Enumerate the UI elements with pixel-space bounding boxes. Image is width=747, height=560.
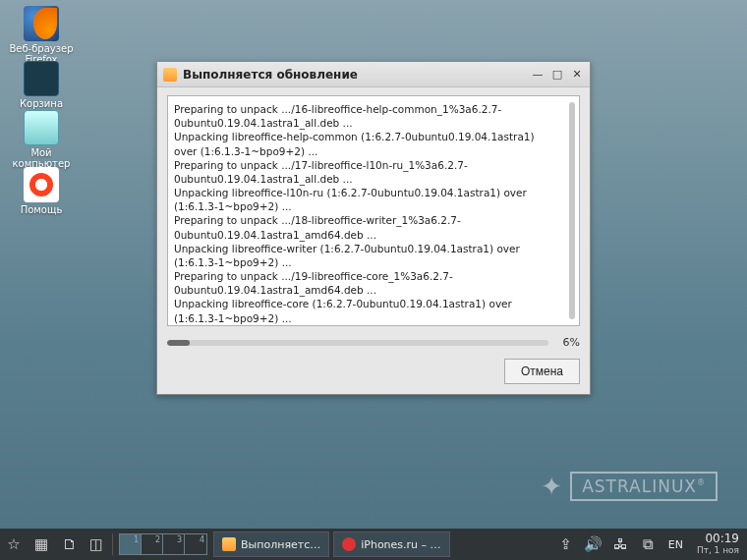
- divider: [112, 533, 113, 555]
- computer-icon: [24, 110, 59, 145]
- task-label: iPhones.ru – …: [361, 538, 440, 551]
- update-dialog: Выполняется обновление — □ ✕ Preparing t…: [156, 61, 591, 395]
- keyboard-layout[interactable]: EN: [662, 538, 689, 551]
- desktop-icon-trash[interactable]: Корзина: [8, 61, 75, 109]
- titlebar[interactable]: Выполняется обновление — □ ✕: [157, 62, 590, 87]
- taskbar-item-browser[interactable]: iPhones.ru – …: [333, 532, 449, 557]
- workspace-pager[interactable]: 1 2 3 4: [119, 533, 207, 555]
- clock[interactable]: 00:19 Пт, 1 ноя: [689, 532, 747, 555]
- logo-text: ASTRALINUX: [582, 476, 697, 496]
- tray-extra-icon[interactable]: ⧉: [635, 529, 662, 560]
- trash-icon: [24, 61, 59, 96]
- progress-fill: [167, 340, 190, 346]
- window-app-icon: [163, 68, 177, 82]
- task-label: Выполняетс…: [241, 538, 320, 551]
- task-app-icon: [342, 537, 356, 551]
- workspaces-icon[interactable]: ▦: [28, 529, 55, 560]
- firefox-icon: [24, 6, 59, 41]
- system-tray: ⇪ 🔊 🖧 ⧉ EN 00:19 Пт, 1 ноя: [552, 529, 747, 560]
- volume-icon[interactable]: 🔊: [580, 529, 607, 560]
- window-title: Выполняется обновление: [183, 68, 531, 82]
- task-app-icon: [222, 537, 236, 551]
- show-desktop-icon[interactable]: ◫: [83, 529, 110, 560]
- desktop-icon-firefox[interactable]: Веб-браузерFirefox: [8, 6, 75, 65]
- workspace-2[interactable]: 2: [142, 534, 163, 554]
- workspace-1[interactable]: 1: [120, 534, 142, 554]
- workspace-3[interactable]: 3: [163, 534, 185, 554]
- progress-percent: 6%: [554, 336, 580, 349]
- taskbar-item-update[interactable]: Выполняетс…: [213, 532, 329, 557]
- icon-label: Мойкомпьютер: [8, 147, 75, 169]
- clock-date: Пт, 1 ноя: [697, 546, 739, 556]
- files-icon[interactable]: 🗋: [55, 529, 83, 560]
- close-button[interactable]: ✕: [570, 68, 584, 82]
- usb-icon[interactable]: ⇪: [552, 529, 580, 560]
- logo-reg: ®: [697, 478, 706, 487]
- clock-time: 00:19: [697, 532, 739, 545]
- scrollbar[interactable]: [569, 102, 575, 319]
- star-icon: ✦: [541, 472, 562, 501]
- start-menu-icon[interactable]: ☆: [0, 529, 28, 560]
- maximize-button[interactable]: □: [550, 68, 564, 82]
- icon-label: Помощь: [8, 204, 75, 215]
- cancel-button[interactable]: Отмена: [504, 359, 580, 384]
- astralinux-watermark: ✦ ASTRALINUX®: [541, 472, 718, 501]
- icon-label: Корзина: [8, 98, 75, 109]
- log-output: Preparing to unpack .../16-libreoffice-h…: [167, 95, 580, 326]
- progress-bar: [167, 340, 548, 346]
- desktop-icon-computer[interactable]: Мойкомпьютер: [8, 110, 75, 169]
- desktop-icon-help[interactable]: Помощь: [8, 167, 75, 215]
- minimize-button[interactable]: —: [531, 68, 545, 82]
- network-icon[interactable]: 🖧: [607, 529, 635, 560]
- workspace-4[interactable]: 4: [185, 534, 206, 554]
- taskbar: ☆ ▦ 🗋 ◫ 1 2 3 4 Выполняетс… iPhones.ru –…: [0, 529, 747, 560]
- log-text: Preparing to unpack .../16-libreoffice-h…: [174, 103, 538, 326]
- help-icon: [24, 167, 59, 202]
